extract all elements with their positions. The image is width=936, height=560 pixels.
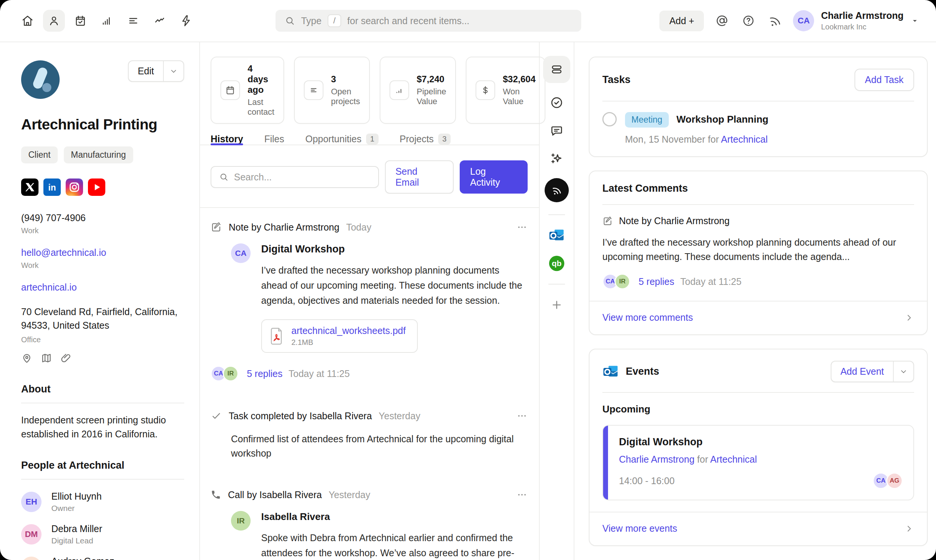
tab-files[interactable]: Files [264, 134, 284, 145]
task-company-link[interactable]: Artechnical [721, 134, 768, 145]
entry-time: Today [346, 222, 371, 233]
activity-nav-button[interactable] [149, 10, 171, 32]
divider [21, 479, 184, 480]
rail-comments-button[interactable] [548, 122, 565, 139]
rail-add-button[interactable] [548, 297, 565, 313]
tag-manufacturing[interactable]: Manufacturing [64, 146, 133, 163]
add-event-button[interactable]: Add Event [831, 362, 893, 382]
tab-opportunities[interactable]: Opportunities1 [305, 134, 379, 145]
rail-ai-button[interactable] [548, 150, 565, 167]
map-pin-icon[interactable] [21, 352, 32, 364]
email-link[interactable]: hello@artechnical.io [21, 247, 184, 258]
person-role: Owner [51, 504, 102, 513]
send-email-button[interactable]: Send Email [385, 160, 454, 194]
tag-client[interactable]: Client [21, 146, 58, 163]
timeline-search-input[interactable]: Search... [211, 166, 379, 188]
note-body: I’ve drafted the necessary workshop plan… [261, 263, 528, 308]
sparkles-icon [550, 152, 563, 165]
paperclip-icon[interactable] [60, 352, 72, 364]
address-text: 70 Cleveland Rd, Fairfield, California, … [21, 305, 184, 332]
edit-caret-button[interactable] [164, 61, 183, 81]
svg-text:in: in [48, 183, 56, 192]
list-item-person[interactable]: DM Debra Miller Digital Lead [21, 523, 184, 545]
rail-broadcast-button[interactable] [545, 178, 569, 202]
replies-link[interactable]: 5 replies [247, 368, 283, 379]
list-lines-icon [127, 15, 139, 27]
help-button[interactable] [740, 12, 757, 29]
note-title: Digital Workshop [261, 243, 528, 255]
people-heading: People at Artechnical [21, 460, 184, 471]
attachment-card[interactable]: artechnical_worksheets.pdf 2.1MB [261, 319, 418, 353]
content-area: Edit Artechnical Printing Client Manufac… [0, 42, 936, 560]
people-list: EH Elliot Huynh Owner DM Debra Miller Di… [21, 491, 184, 560]
list-item-person[interactable]: EH Elliot Huynh Owner [21, 491, 184, 513]
global-search-input[interactable]: Type / for search and recent items... [276, 10, 581, 32]
task-title[interactable]: Workshop Planning [676, 114, 768, 125]
reports-nav-button[interactable] [96, 10, 118, 32]
stat-last-contact: 4 days ago Last contact [211, 57, 284, 124]
history-toolbar: Search... Send Email Log Activity [200, 145, 539, 208]
bar-chart-icon [101, 15, 113, 27]
broadcast-button[interactable] [767, 12, 783, 29]
task-checkbox[interactable] [602, 112, 617, 126]
plus-icon [551, 299, 563, 311]
calendar-nav-button[interactable] [69, 10, 91, 32]
entry-menu-button[interactable] [516, 410, 528, 422]
log-activity-button[interactable]: Log Activity [460, 160, 528, 194]
tasks-card: Tasks Add Task Meeting Workshop Planning… [589, 57, 928, 157]
map-icon[interactable] [41, 352, 52, 364]
user-menu[interactable]: CA Charlie Armstrong Lookmark Inc [793, 10, 919, 31]
avatar: CA [231, 243, 251, 263]
instagram-social-icon[interactable] [66, 178, 83, 196]
list-item-person[interactable]: AG Audrey Gomez Production Manager [21, 556, 184, 560]
comments-card-title: Latest Comments [602, 183, 914, 194]
automations-nav-button[interactable] [175, 10, 197, 32]
event-owner-link[interactable]: Charlie Armstrong [619, 454, 694, 465]
tab-projects[interactable]: Projects3 [400, 134, 451, 145]
entry-menu-button[interactable] [516, 489, 528, 500]
edit-button[interactable]: Edit [129, 61, 163, 81]
lists-nav-button[interactable] [122, 10, 144, 32]
broadcast-icon [767, 13, 782, 28]
slash-key-badge: / [328, 14, 341, 27]
note-icon [211, 222, 222, 233]
mentions-button[interactable] [714, 12, 730, 29]
stat-label: Pipeline Value [417, 87, 446, 106]
add-event-caret-button[interactable] [894, 362, 913, 382]
x-social-icon[interactable] [21, 178, 38, 196]
chevron-right-icon [904, 313, 914, 323]
logo-dot-shape [42, 83, 51, 92]
bar-chart-icon [394, 85, 404, 95]
event-list-item[interactable]: Digital Workshop Charlie Armstrong for A… [602, 425, 914, 500]
home-nav-button[interactable] [17, 10, 38, 32]
event-company-link[interactable]: Artechnical [710, 454, 757, 465]
phone-value[interactable]: (949) 707-4906 [21, 212, 184, 223]
entry-header: Task completed by Isabella Rivera [229, 411, 372, 422]
add-task-button[interactable]: Add Task [854, 69, 914, 91]
view-more-events-link[interactable]: View more events [602, 512, 914, 534]
attachment-name: artechnical_worksheets.pdf [291, 325, 406, 336]
linkedin-social-icon[interactable]: in [43, 178, 61, 196]
view-more-comments-link[interactable]: View more comments [602, 302, 914, 323]
event-attendee-avatars: CA AG [873, 472, 903, 489]
replies-link[interactable]: 5 replies [639, 276, 674, 287]
person-name: Debra Miller [51, 523, 102, 534]
rail-tasks-button[interactable] [548, 94, 565, 111]
calendar-check-icon [74, 15, 86, 27]
youtube-social-icon[interactable] [88, 178, 105, 196]
stat-value: $7,240 [417, 74, 446, 85]
entry-menu-button[interactable] [516, 222, 528, 233]
comment-replies-row: CA IR 5 replies Today at 11:25 [602, 274, 914, 289]
rail-outlook-button[interactable] [548, 227, 565, 244]
right-sidebar: Tasks Add Task Meeting Workshop Planning… [574, 42, 936, 560]
website-link[interactable]: artechnical.io [21, 282, 184, 293]
rail-overview-button[interactable] [543, 56, 570, 83]
rail-quickbooks-button[interactable]: qb [548, 255, 565, 272]
add-button[interactable]: Add + [659, 11, 704, 31]
tab-history[interactable]: History [211, 134, 243, 145]
avatar: EH [21, 492, 42, 512]
people-nav-button[interactable] [43, 10, 65, 32]
record-tabs: History Files Opportunities1 Projects3 [200, 134, 539, 145]
rail-divider [548, 284, 565, 285]
event-time: 14:00 - 16:00 [619, 475, 674, 486]
